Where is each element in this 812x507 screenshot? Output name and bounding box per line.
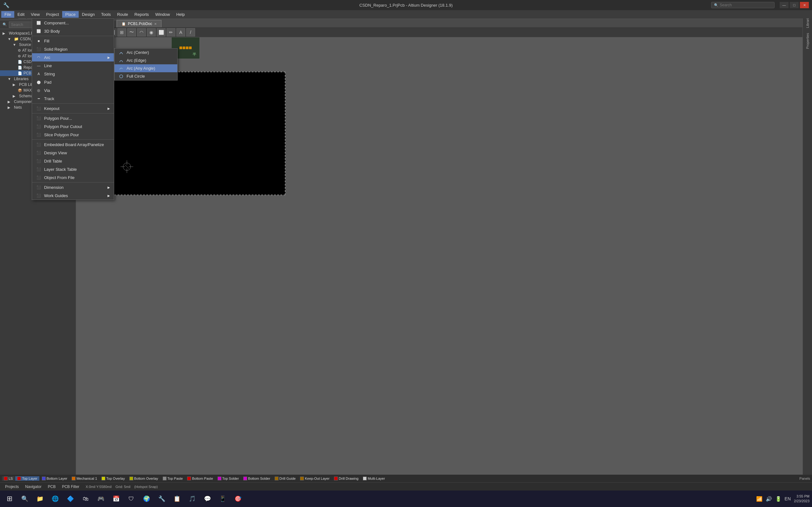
bottom-layer-tab[interactable]: Bottom Layer	[40, 476, 69, 481]
arc-edge-item[interactable]: Arc (Edge)	[114, 56, 177, 64]
arc-full-circle-item[interactable]: Full Circle	[114, 72, 177, 80]
menu-item-view[interactable]: View	[28, 11, 43, 18]
titlebar-search-box[interactable]: 🔍	[711, 2, 774, 8]
arc-any-angle-label: Arc (Any Angle)	[126, 66, 155, 71]
menu-arc[interactable]: ◠ Arc ▶	[32, 53, 114, 61]
menu-dimension[interactable]: ⬛ Dimension ▶	[32, 183, 114, 191]
menu-slice-polygon[interactable]: ⬛ Slice Polygon Pour	[32, 130, 114, 139]
taskbar-files[interactable]: 📁	[33, 492, 47, 506]
bottom-overlay-tab[interactable]: Bottom Overlay	[128, 476, 160, 481]
menu-line[interactable]: — Line	[32, 61, 114, 70]
menu-design-view[interactable]: ⬛ Design View	[32, 149, 114, 157]
menu-keepout[interactable]: ⬛ Keepout ▶	[32, 104, 114, 112]
object-from-file-menu-label: Object From File	[44, 175, 74, 180]
menu-component[interactable]: ⬜ Component...	[32, 19, 114, 27]
menu-item-project[interactable]: Project	[43, 11, 62, 18]
menu-item-reports[interactable]: Reports	[131, 11, 152, 18]
start-button[interactable]: ⊞	[3, 492, 16, 506]
pencil-button[interactable]: ✏	[166, 28, 175, 37]
menu-item-place[interactable]: Place	[62, 11, 79, 18]
top-layer-tab[interactable]: Top Layer	[15, 476, 39, 481]
bottom-solder-tab[interactable]: Bottom Solder	[241, 476, 272, 481]
menu-drill-table[interactable]: ⬛ Drill Table	[32, 157, 114, 165]
text-button[interactable]: A	[176, 28, 185, 37]
wire-button[interactable]: 〜	[127, 28, 136, 37]
speaker-icon[interactable]: 🔊	[766, 496, 772, 502]
arc-center-item[interactable]: Arc (Center)	[114, 49, 177, 56]
ls-indicator[interactable]: LS	[2, 476, 14, 481]
top-overlay-tab[interactable]: Top Overlay	[100, 476, 127, 481]
menu-item-tools[interactable]: Tools	[98, 11, 114, 18]
arc-any-angle-item[interactable]: Arc (Any Angle)	[114, 64, 177, 72]
top-paste-tab[interactable]: Top Paste	[161, 476, 185, 481]
drill-table-menu-label: Drill Table	[44, 159, 62, 164]
ls-label: LS	[9, 476, 13, 481]
multi-layer-tab[interactable]: Multi-Layer	[361, 476, 387, 481]
pin4	[189, 47, 192, 49]
top-solder-tab[interactable]: Top Solder	[216, 476, 241, 481]
search-taskbar-button[interactable]: 🔍	[18, 492, 32, 506]
taskbar-app2[interactable]: 📋	[170, 492, 184, 506]
taskbar-clock[interactable]: 3:55 PM 2/23/2023	[794, 494, 809, 504]
menu-3dbody[interactable]: ⬜ 3D Body	[32, 27, 114, 35]
drill-guide-tab[interactable]: Drill Guide	[273, 476, 298, 481]
menu-pad[interactable]: ⬤ Pad	[32, 78, 114, 86]
language-icon[interactable]: EN	[785, 496, 791, 501]
battery-icon[interactable]: 🔋	[775, 496, 781, 502]
pcb1-icon: 📄	[18, 71, 22, 75]
properties-panel-tab[interactable]: Properties	[805, 31, 810, 51]
nav-navigator[interactable]: Navigator	[22, 484, 44, 490]
menu-item-file[interactable]: File	[1, 11, 14, 18]
network-icon[interactable]: 📶	[756, 496, 763, 502]
keepout-layer-tab[interactable]: Keep-Out Layer	[298, 476, 332, 481]
nav-pcb-filter[interactable]: PCB Filter	[59, 484, 82, 490]
object-from-file-menu-icon: ⬛	[36, 175, 42, 180]
titlebar-search-input[interactable]	[720, 3, 767, 7]
menu-polygon-pour[interactable]: ⬛ Polygon Pour...	[32, 114, 114, 122]
taskbar-app3[interactable]: 🎵	[185, 492, 199, 506]
line-button[interactable]: /	[186, 28, 195, 37]
bottom-paste-tab[interactable]: Bottom Paste	[185, 476, 215, 481]
taskbar-app6[interactable]: 🎯	[231, 492, 245, 506]
taskbar-edge[interactable]: 🌐	[48, 492, 62, 506]
component-button[interactable]: ⬜	[157, 28, 165, 37]
nav-projects[interactable]: Projects	[3, 484, 21, 490]
maximize-button[interactable]: □	[790, 2, 799, 8]
menu-polygon-cutout[interactable]: ⬛ Polygon Pour Cutout	[32, 122, 114, 130]
grid-button[interactable]: ⊞	[117, 28, 126, 37]
menu-item-help[interactable]: Help	[173, 11, 188, 18]
taskbar-browser[interactable]: 🌍	[140, 492, 154, 506]
tab-close-icon[interactable]: ✕	[154, 22, 157, 26]
menu-item-window[interactable]: Window	[152, 11, 173, 18]
pcb-board-canvas[interactable]	[101, 72, 286, 195]
menu-solid-region[interactable]: ⬛ Solid Region	[32, 45, 114, 53]
taskbar-app1[interactable]: 🔧	[155, 492, 169, 506]
drill-drawing-tab[interactable]: Drill Drawing	[332, 476, 360, 481]
close-button[interactable]: ✕	[800, 2, 809, 8]
menu-track[interactable]: ━ Track	[32, 95, 114, 103]
menu-item-route[interactable]: Route	[114, 11, 131, 18]
taskbar-app5[interactable]: 📱	[216, 492, 230, 506]
nav-pcb[interactable]: PCB	[45, 484, 58, 490]
menu-work-guides[interactable]: ⬛ Work Guides ▶	[32, 191, 114, 200]
menu-via[interactable]: ◎ Via	[32, 86, 114, 95]
menu-embedded[interactable]: ⬛ Embedded Board Array/Panelize	[32, 140, 114, 149]
menu-item-edit[interactable]: Edit	[14, 11, 28, 18]
menu-fill[interactable]: ■ Fill	[32, 37, 114, 45]
minimize-button[interactable]: —	[780, 2, 789, 8]
taskbar-xbox[interactable]: 🎮	[94, 492, 108, 506]
menu-item-design[interactable]: Design	[79, 11, 98, 18]
menu-layer-stack[interactable]: ⬛ Layer Stack Table	[32, 165, 114, 173]
taskbar-security[interactable]: 🛡	[124, 492, 138, 506]
menu-string[interactable]: A String	[32, 70, 114, 78]
arc2-button[interactable]: ◠	[137, 28, 146, 37]
taskbar-app4[interactable]: 💬	[200, 492, 214, 506]
pad-button[interactable]: ◉	[147, 28, 156, 37]
taskbar-calendar[interactable]: 📅	[109, 492, 123, 506]
menu-object-from-file[interactable]: ⬛ Object From File	[32, 173, 114, 181]
panels-button[interactable]: Panels	[799, 476, 810, 481]
taskbar-store[interactable]: 🛍	[79, 492, 93, 506]
tab-pcbdoc[interactable]: 📋 PCB1.PcbDoc ✕	[117, 20, 161, 27]
mechanical1-tab[interactable]: Mechanical 1	[70, 476, 99, 481]
taskbar-edge2[interactable]: 🔷	[63, 492, 78, 506]
